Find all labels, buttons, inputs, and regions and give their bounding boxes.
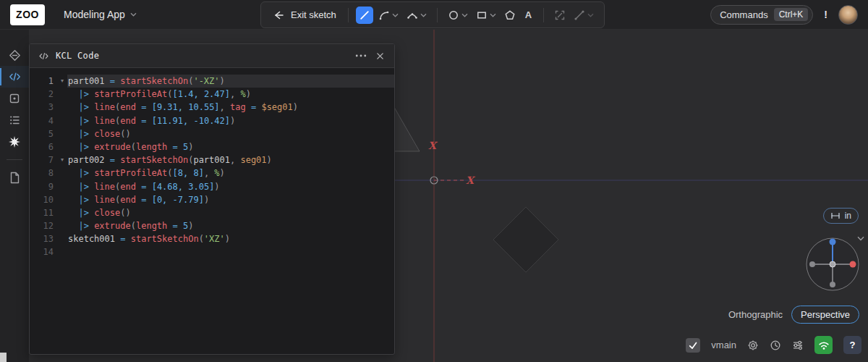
code-line-3[interactable]: 3 |> line(end = [9.31, 10.55], tag = $se… [30,101,394,114]
sidebar-item-feature-tree[interactable] [0,109,29,131]
chevron-down-icon [587,13,594,17]
sidebar-item-kcl-code[interactable] [0,66,29,88]
fold-chevron-icon [57,88,67,101]
line-number: 4 [30,114,57,127]
gizmo-z-handle[interactable] [830,239,836,245]
sidebar-divider [7,159,22,160]
code-line-13[interactable]: 13sketch001 = startSketchOn('XZ') [30,232,394,245]
line-number: 1 [30,75,57,88]
code-line-14[interactable]: 14 [30,245,394,258]
code-text: |> extrude(length = 5) [67,219,394,232]
fold-chevron-icon [57,219,67,232]
ruler-icon [830,211,841,221]
panel-close-button[interactable] [375,51,386,62]
panel-menu-button[interactable] [354,53,368,59]
code-text: |> line(end = [9.31, 10.55], tag = $seg0… [67,101,394,114]
line-number: 11 [30,206,57,219]
gizmo-center-handle[interactable] [830,261,835,267]
line-number: 13 [30,232,57,245]
filters-button[interactable] [792,340,804,351]
tangential-arc-tool[interactable] [375,7,401,24]
chevron-down-icon [461,13,468,17]
code-text: |> close() [67,206,394,219]
zoo-logo[interactable]: ZOO [10,4,45,25]
units-button[interactable]: in [823,208,859,224]
code-line-12[interactable]: 12 |> extrude(length = 5) [30,219,394,232]
circle-tool[interactable] [445,7,471,24]
sidebar-item-model[interactable] [0,44,29,66]
rectangle-tool[interactable] [473,7,499,24]
sidebar-item-reports[interactable] [0,131,29,153]
orthographic-button[interactable]: Orthographic [727,306,784,323]
help-button[interactable]: ? [843,336,861,354]
exit-sketch-button[interactable]: Exit sketch [268,9,341,21]
fold-chevron-icon [57,140,67,153]
arrow-left-icon [273,9,284,21]
left-sidebar [0,30,29,362]
code-text: |> startProfileAt([1.4, 2.47], %) [67,88,394,101]
code-icon [9,71,21,83]
sidebar-item-debug[interactable] [0,88,29,109]
history-button[interactable] [770,340,781,351]
app-menu-label: Modeling App [64,9,125,20]
toolbar-tools: A [356,7,597,24]
three-point-arc-tool[interactable] [404,7,430,24]
line-number: 14 [30,245,57,258]
code-text: part002 = startSketchOn(part001, seg01) [67,153,394,167]
code-line-1[interactable]: 1▾part001 = startSketchOn('-XZ') [30,75,394,88]
fold-chevron-icon[interactable]: ▾ [57,75,67,88]
code-line-8[interactable]: 8 |> startProfileAt([8, 8], %) [30,167,394,180]
commands-label: Commands [720,9,767,20]
network-status-button[interactable] [814,336,833,354]
gizmo-neg-x-handle[interactable] [809,261,815,267]
toolbar-divider [543,8,544,22]
gizmo-x-handle[interactable] [850,261,856,268]
fold-chevron-icon [57,180,67,193]
zoo-logo-text: ZOO [16,9,39,20]
code-line-2[interactable]: 2 |> startProfileAt([1.4, 2.47], %) [30,88,394,101]
code-line-4[interactable]: 4 |> line(end = [11.91, -10.42]) [30,114,394,127]
notification-button[interactable]: ! [824,9,827,20]
code-line-9[interactable]: 9 |> line(end = [4.68, 3.05]) [30,180,394,193]
user-avatar[interactable] [838,5,858,25]
line-number: 8 [30,167,57,180]
version-checkbox[interactable] [686,338,700,353]
code-text: |> line(end = [11.91, -10.42]) [67,114,394,127]
constraint-tool[interactable] [571,7,597,24]
view-gizmo[interactable] [800,232,865,297]
corner-resize-handle[interactable] [0,353,7,362]
commands-button[interactable]: Commands Ctrl+K [710,5,813,25]
sidebar-item-project-files[interactable] [0,167,29,188]
fold-chevron-icon [57,232,67,245]
chevron-down-icon [392,13,399,17]
code-text: part001 = startSketchOn('-XZ') [67,75,394,88]
sketch-diamond-shape[interactable] [493,207,558,272]
app-root: ZOO Modeling App Exit sketch A Commands … [0,0,868,362]
polygon-tool[interactable] [501,7,519,24]
perspective-button[interactable]: Perspective [791,306,859,324]
code-line-6[interactable]: 6 |> extrude(length = 5) [30,140,394,153]
sliders-icon [792,340,804,351]
line-number: 7 [30,153,57,167]
fold-chevron-icon [57,167,67,180]
code-line-11[interactable]: 11 |> close() [30,206,394,219]
gear-icon [747,340,759,351]
code-line-7[interactable]: 7▾part002 = startSketchOn(part001, seg01… [30,153,394,167]
gizmo-neg-z-handle[interactable] [830,282,835,287]
zoo-mark-icon [9,49,21,62]
fold-chevron-icon[interactable]: ▾ [57,153,67,167]
line-icon [359,9,370,21]
code-line-10[interactable]: 10 |> line(end = [0, -7.79]) [30,193,394,206]
settings-button[interactable] [747,340,759,351]
chevron-down-icon [130,12,137,17]
dimension-tool[interactable] [551,7,569,24]
x-axis-label-secondary[interactable]: X [428,140,438,151]
line-tool[interactable] [356,7,373,24]
text-tool[interactable]: A [521,7,536,23]
dimension-icon [554,9,566,21]
kcl-code-panel-header[interactable]: KCL Code [30,44,394,68]
app-menu-button[interactable]: Modeling App [64,9,137,20]
panel-icon [9,93,20,104]
code-line-5[interactable]: 5 |> close() [30,127,394,140]
kcl-code-editor[interactable]: 1▾part001 = startSketchOn('-XZ')2 |> sta… [30,68,394,354]
